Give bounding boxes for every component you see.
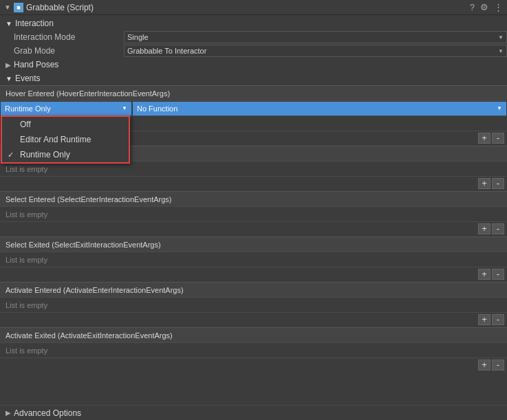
select-exited-group: Select Exited (SelectExitInteractionEven… bbox=[0, 236, 507, 280]
interaction-mode-text: Single bbox=[127, 33, 149, 41]
settings-icon[interactable]: ⚙ bbox=[480, 2, 488, 12]
activate-entered-empty-text: List is empty bbox=[6, 301, 47, 309]
script-icon: ■ bbox=[14, 3, 23, 12]
select-entered-group: Select Entered (SelectEnterInteractionEv… bbox=[0, 191, 507, 235]
select-entered-empty-text: List is empty bbox=[6, 210, 47, 219]
events-label: Events bbox=[15, 74, 41, 83]
select-entered-controls: + - bbox=[0, 221, 507, 235]
activate-entered-list-empty: List is empty bbox=[0, 297, 507, 312]
events-arrow-icon: ▼ bbox=[6, 75, 12, 82]
advanced-options-section[interactable]: ▶ Advanced Options bbox=[0, 405, 507, 420]
activate-entered-title-text: Activate Entered (ActivateEnterInteracti… bbox=[6, 286, 184, 294]
runtime-only-dropdown[interactable]: Runtime Only ▼ Off Editor And Runtime ✓ … bbox=[1, 102, 131, 115]
hover-entered-add-button[interactable]: + bbox=[478, 133, 490, 144]
interaction-mode-label: Interaction Mode bbox=[14, 32, 124, 42]
select-exited-title: Select Exited (SelectExitInteractionEven… bbox=[0, 236, 507, 252]
popup-item-editor-runtime-label: Editor And Runtime bbox=[20, 135, 91, 144]
interaction-label: Interaction bbox=[15, 19, 54, 28]
activate-exited-group: Activate Exited (ActivateExitInteraction… bbox=[0, 327, 507, 371]
no-function-arrow-icon: ▼ bbox=[497, 105, 502, 111]
select-exited-add-button[interactable]: + bbox=[478, 269, 490, 280]
select-exited-list-empty: List is empty bbox=[0, 252, 507, 267]
overflow-icon[interactable]: ⋮ bbox=[494, 2, 503, 12]
select-exited-title-text: Select Exited (SelectExitInteractionEven… bbox=[6, 241, 161, 249]
hand-poses-row[interactable]: ▶ Hand Poses bbox=[0, 58, 507, 71]
runtime-only-check-icon: ✓ bbox=[8, 151, 16, 159]
activate-entered-group: Activate Entered (ActivateEnterInteracti… bbox=[0, 282, 507, 326]
activate-exited-list-empty: List is empty bbox=[0, 342, 507, 357]
editor-runtime-check-icon bbox=[8, 135, 16, 144]
activate-exited-title-text: Activate Exited (ActivateExitInteraction… bbox=[6, 331, 173, 340]
runtime-dropdown-arrow-icon: ▼ bbox=[122, 105, 127, 111]
grab-mode-row: Grab Mode Grabbable To Interactor ▼ bbox=[0, 44, 507, 58]
hand-poses-arrow-icon: ▶ bbox=[6, 61, 11, 69]
activate-exited-controls: + - bbox=[0, 357, 507, 371]
select-exited-remove-button[interactable]: - bbox=[492, 269, 504, 280]
advanced-options-label: Advanced Options bbox=[14, 408, 81, 418]
hover-entered-event-row: Runtime Only ▼ Off Editor And Runtime ✓ … bbox=[0, 100, 507, 115]
interaction-header[interactable]: ▼ Interaction bbox=[0, 16, 507, 30]
select-entered-title-text: Select Entered (SelectEnterInteractionEv… bbox=[6, 195, 172, 203]
grab-mode-dropdown[interactable]: Grabbable To Interactor ▼ bbox=[124, 45, 507, 57]
interaction-mode-arrow-icon: ▼ bbox=[498, 34, 504, 41]
popup-item-runtime-only-label: Runtime Only bbox=[20, 150, 70, 159]
events-header[interactable]: ▼ Events bbox=[0, 71, 507, 85]
activate-entered-add-button[interactable]: + bbox=[478, 314, 490, 325]
select-exited-empty-text: List is empty bbox=[6, 256, 47, 264]
no-function-text: No Function bbox=[137, 104, 177, 113]
select-entered-remove-button[interactable]: - bbox=[492, 223, 504, 234]
select-entered-list-empty: List is empty bbox=[0, 206, 507, 221]
title-text: Grabbable (Script) bbox=[26, 3, 94, 12]
popup-item-off-label: Off bbox=[20, 120, 31, 129]
activate-exited-empty-text: List is empty bbox=[6, 346, 47, 355]
popup-item-off[interactable]: Off bbox=[2, 117, 129, 132]
title-bar-left: ▼ ■ Grabbable (Script) bbox=[4, 3, 470, 12]
interaction-section: ▼ Interaction Interaction Mode Single ▼ … bbox=[0, 15, 507, 374]
hover-entered-title: Hover Entered (HoverEnterInteractionEven… bbox=[0, 85, 507, 100]
hover-entered-remove-button[interactable]: - bbox=[492, 133, 504, 144]
activate-exited-remove-button[interactable]: - bbox=[492, 360, 504, 371]
runtime-dropdown-popup: Off Editor And Runtime ✓ Runtime Only bbox=[1, 115, 130, 164]
select-entered-title: Select Entered (SelectEnterInteractionEv… bbox=[0, 191, 507, 206]
advanced-options-arrow-icon: ▶ bbox=[6, 409, 11, 417]
select-entered-add-button[interactable]: + bbox=[478, 223, 490, 234]
interaction-mode-row: Interaction Mode Single ▼ bbox=[0, 30, 507, 44]
no-function-dropdown[interactable]: No Function ▼ bbox=[133, 102, 506, 115]
select-exited-controls: + - bbox=[0, 267, 507, 280]
popup-item-runtime-only[interactable]: ✓ Runtime Only bbox=[2, 147, 129, 162]
activate-entered-remove-button[interactable]: - bbox=[492, 314, 504, 325]
activate-exited-add-button[interactable]: + bbox=[478, 360, 490, 371]
interaction-mode-dropdown[interactable]: Single ▼ bbox=[124, 31, 507, 43]
hover-entered-title-text: Hover Entered (HoverEnterInteractionEven… bbox=[6, 89, 170, 98]
hover-exited-add-button[interactable]: + bbox=[478, 178, 490, 189]
off-check-icon bbox=[8, 120, 16, 129]
activate-entered-controls: + - bbox=[0, 312, 507, 326]
runtime-only-text: Runtime Only bbox=[5, 104, 51, 113]
grab-mode-value: Grabbable To Interactor ▼ bbox=[124, 45, 507, 57]
interaction-mode-value: Single ▼ bbox=[124, 31, 507, 43]
collapse-arrow-icon[interactable]: ▼ bbox=[4, 3, 11, 11]
hover-exited-controls: + - bbox=[0, 176, 507, 190]
hand-poses-label: Hand Poses bbox=[14, 60, 58, 69]
grab-mode-text: Grabbable To Interactor bbox=[127, 47, 206, 55]
help-icon[interactable]: ? bbox=[470, 2, 475, 12]
hover-exited-remove-button[interactable]: - bbox=[492, 178, 504, 189]
interaction-arrow-icon: ▼ bbox=[6, 20, 12, 27]
grab-mode-label: Grab Mode bbox=[14, 46, 124, 56]
activate-exited-title: Activate Exited (ActivateExitInteraction… bbox=[0, 327, 507, 342]
popup-item-editor-runtime[interactable]: Editor And Runtime bbox=[2, 132, 129, 147]
grab-mode-arrow-icon: ▼ bbox=[498, 48, 504, 54]
hover-entered-group: Hover Entered (HoverEnterInteractionEven… bbox=[0, 85, 507, 144]
title-bar: ▼ ■ Grabbable (Script) ? ⚙ ⋮ bbox=[0, 0, 507, 15]
activate-entered-title: Activate Entered (ActivateEnterInteracti… bbox=[0, 282, 507, 297]
hover-exited-empty-text: List is empty bbox=[6, 165, 47, 173]
title-bar-right: ? ⚙ ⋮ bbox=[470, 2, 503, 12]
